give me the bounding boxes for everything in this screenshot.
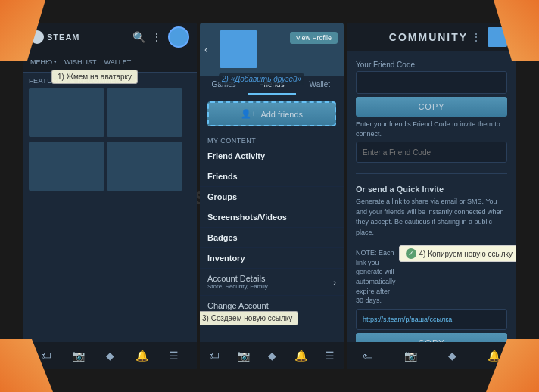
steam-header: STEAM 🔍 ⋮ bbox=[23, 23, 197, 51]
profile-header: ‹ View Profile bbox=[200, 23, 344, 76]
copy-friend-code-button[interactable]: COPY bbox=[356, 97, 507, 117]
view-profile-button[interactable]: View Profile bbox=[290, 32, 338, 44]
annotation-1-text: 1) Жмем на аватарку bbox=[51, 70, 138, 84]
menu-item-badges[interactable]: Badges bbox=[200, 228, 344, 248]
steam-logo: STEAM bbox=[30, 30, 80, 44]
quick-invite-title: Or send a Quick Invite bbox=[356, 185, 507, 194]
copy-invite-link-button[interactable]: COPY bbox=[356, 333, 507, 342]
left-content: FEATURED & RECOMMENDED bbox=[23, 73, 197, 342]
divider bbox=[356, 173, 507, 174]
bottom-diamond-icon[interactable]: ◆ bbox=[268, 350, 276, 362]
featured-image-4 bbox=[107, 142, 182, 191]
community-bottom-bar: 🏷 📷 ◆ 🔔 bbox=[347, 342, 516, 369]
steam-title: STEAM bbox=[47, 33, 80, 42]
invite-link-display: https://s.team/p/ваша/ссылка bbox=[356, 309, 507, 330]
left-bottom-bar: 🏷 📷 ◆ 🔔 ☰ bbox=[23, 342, 197, 369]
menu-arrow-icon: ▾ bbox=[54, 59, 57, 65]
annotation-3: 3) Создаем новую ссылку bbox=[200, 311, 298, 325]
nav-wallet[interactable]: WALLET bbox=[101, 57, 135, 67]
featured-image-1 bbox=[29, 88, 104, 137]
menu-icon[interactable]: ☰ bbox=[169, 350, 179, 362]
add-person-icon: 👤+ bbox=[241, 109, 256, 119]
friend-code-input[interactable] bbox=[356, 71, 507, 94]
annotation-4-text: 4) Копируем новую ссылку bbox=[419, 250, 513, 258]
community-dots-icon[interactable]: ⋮ bbox=[471, 31, 481, 43]
bottom-photo-icon[interactable]: 📷 bbox=[237, 350, 250, 362]
community-header-right: ⋮ bbox=[471, 27, 507, 47]
featured-images bbox=[23, 88, 197, 191]
friend-code-section: Your Friend Code COPY Enter your friend'… bbox=[356, 61, 507, 163]
annotation-3-text: 3) Создаем новую ссылку bbox=[200, 311, 298, 325]
community-bottom-bell-icon[interactable]: 🔔 bbox=[488, 350, 500, 362]
main-container: STEAM 🔍 ⋮ МЕНЮ ▾ WISHLIST WALLET 1) Жмем… bbox=[23, 23, 516, 369]
bottom-tag-icon[interactable]: 🏷 bbox=[209, 350, 220, 362]
bottom-menu-icon[interactable]: ☰ bbox=[325, 350, 335, 362]
diamond-icon[interactable]: ◆ bbox=[106, 350, 114, 362]
friend-code-label: Your Friend Code bbox=[356, 61, 507, 69]
bottom-bell-icon[interactable]: 🔔 bbox=[294, 350, 307, 362]
menu-item-account[interactable]: Account Details Store, Security, Family … bbox=[200, 269, 344, 296]
back-arrow-icon[interactable]: ‹ bbox=[204, 43, 208, 55]
left-panel: STEAM 🔍 ⋮ МЕНЮ ▾ WISHLIST WALLET 1) Жмем… bbox=[23, 23, 197, 369]
menu-item-screenshots[interactable]: Screenshots/Videos bbox=[200, 207, 344, 228]
enter-code-desc: Enter your friend's Friend Code to invit… bbox=[356, 120, 507, 138]
community-bottom-photo-icon[interactable]: 📷 bbox=[404, 350, 417, 362]
annotation-4: ✓ 4) Копируем новую ссылку bbox=[399, 245, 516, 262]
profile-avatar bbox=[220, 30, 257, 68]
quick-invite-section: Or send a Quick Invite Generate a link t… bbox=[356, 185, 507, 238]
link-expiry-desc: NOTE: Each link you generate will automa… bbox=[356, 248, 396, 306]
tag-icon[interactable]: 🏷 bbox=[41, 350, 51, 362]
community-bottom-tag-icon[interactable]: 🏷 bbox=[363, 350, 373, 362]
menu-item-inventory[interactable]: Inventory bbox=[200, 248, 344, 269]
middle-bottom-bar: 🏷 📷 ◆ 🔔 ☰ bbox=[200, 342, 344, 369]
annotation-1: 1) Жмем на аватарку bbox=[51, 70, 138, 84]
nav-menu[interactable]: МЕНЮ ▾ bbox=[27, 57, 60, 67]
avatar[interactable] bbox=[168, 26, 189, 48]
featured-image-2 bbox=[107, 88, 182, 137]
menu-item-friend-activity[interactable]: Friend Activity bbox=[200, 146, 344, 166]
add-friends-button[interactable]: 👤+ Add friends bbox=[207, 101, 336, 126]
middle-panel: ‹ View Profile 2) «Добавить друзей» Game… bbox=[200, 23, 344, 369]
community-header: COMMUNITY ⋮ bbox=[347, 23, 516, 51]
community-title: COMMUNITY bbox=[389, 31, 468, 43]
enter-friend-code-input[interactable] bbox=[356, 142, 507, 163]
dots-icon[interactable]: ⋮ bbox=[151, 31, 162, 43]
community-bottom-diamond-icon[interactable]: ◆ bbox=[448, 350, 456, 362]
link-section: NOTE: Each link you generate will automa… bbox=[356, 245, 507, 342]
my-content-label: MY CONTENT bbox=[200, 132, 344, 146]
menu-item-friends[interactable]: Friends bbox=[200, 166, 344, 187]
quick-invite-desc: Generate a link to share via email or SM… bbox=[356, 197, 507, 238]
featured-image-3 bbox=[29, 142, 104, 191]
annotation-4-container: ✓ 4) Копируем новую ссылку bbox=[399, 245, 516, 262]
nav-wishlist[interactable]: WISHLIST bbox=[61, 57, 100, 67]
bell-icon[interactable]: 🔔 bbox=[136, 350, 148, 362]
annotation-2-text: 2) «Добавить друзей» bbox=[219, 73, 304, 85]
community-content: Your Friend Code COPY Enter your friend'… bbox=[347, 51, 516, 342]
check-icon: ✓ bbox=[406, 248, 416, 259]
photo-icon[interactable]: 📷 bbox=[72, 350, 85, 362]
search-icon[interactable]: 🔍 bbox=[132, 31, 145, 43]
annotation-2: 2) «Добавить друзей» bbox=[219, 71, 304, 85]
right-panel: COMMUNITY ⋮ Your Friend Code COPY Enter … bbox=[347, 23, 516, 369]
chevron-right-icon: › bbox=[333, 278, 336, 287]
menu-item-groups[interactable]: Groups bbox=[200, 187, 344, 207]
